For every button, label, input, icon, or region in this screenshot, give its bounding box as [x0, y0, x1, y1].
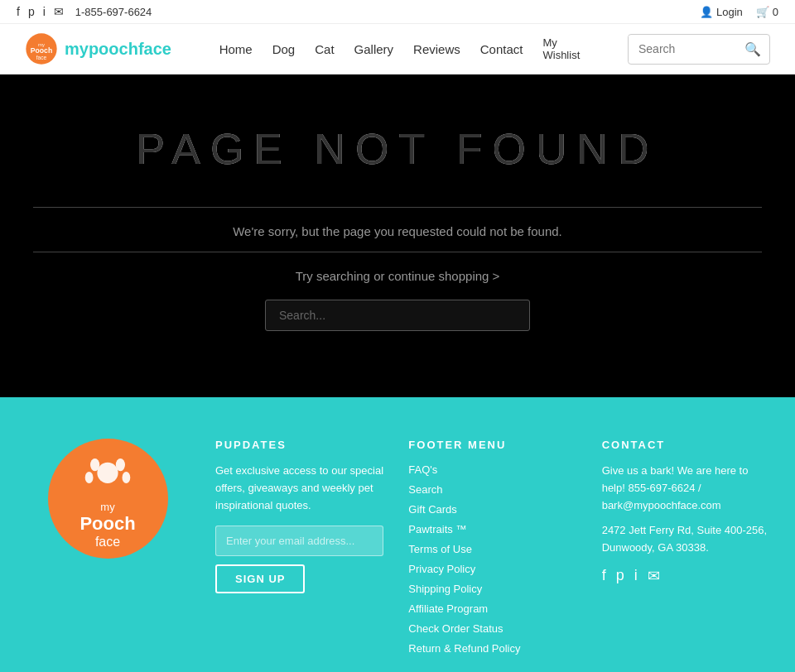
footer-logo-svg — [79, 449, 137, 506]
footer: my Pooch face PUPDATES Get exclusive acc… — [0, 397, 795, 672]
footer-logo-pooch: Pooch — [79, 513, 137, 535]
logo-svg: my Pooch face — [25, 32, 58, 65]
svg-point-6 — [116, 458, 125, 470]
contact-text: Give us a bark! We are here to help! 855… — [602, 463, 770, 514]
footer-email-icon[interactable]: ✉ — [648, 567, 660, 585]
footer-link-pawtraits[interactable]: Pawtraits ™ — [408, 522, 576, 535]
main-nav: Home Dog Cat Gallery Reviews Contact MyW… — [219, 36, 581, 61]
footer-pinterest-icon[interactable]: p — [616, 567, 624, 585]
cart-icon: 🛒 — [756, 6, 769, 18]
footer-links-list: FAQ's Search Gift Cards Pawtraits ™ Term… — [408, 463, 576, 655]
top-bar-right: 👤 Login 🛒 0 — [700, 6, 778, 18]
cart-count: 0 — [773, 6, 778, 18]
pupdates-title: PUPDATES — [215, 439, 383, 451]
wishlist-label: MyWishlist — [542, 36, 580, 61]
svg-point-5 — [90, 458, 99, 470]
header: my Pooch face mypoochface Home Dog Cat G… — [0, 24, 795, 74]
logo-text: mypoochface — [65, 40, 171, 59]
svg-text:Pooch: Pooch — [31, 46, 52, 55]
footer-link-faqs[interactable]: FAQ's — [408, 463, 576, 476]
svg-text:face: face — [36, 55, 47, 60]
svg-point-7 — [85, 472, 94, 483]
svg-point-4 — [97, 462, 118, 482]
footer-link-terms[interactable]: Terms of Use — [408, 542, 576, 555]
footer-social-icons: f p i ✉ — [602, 567, 770, 585]
not-found-cta: Try searching or continue shopping > — [17, 269, 778, 283]
instagram-icon[interactable]: i — [43, 5, 46, 18]
not-found-search-input[interactable] — [265, 300, 530, 331]
email-icon[interactable]: ✉ — [54, 5, 64, 18]
footer-menu-title: FOOTER MENU — [408, 439, 576, 451]
cart-link[interactable]: 🛒 0 — [756, 6, 778, 18]
footer-link-refund[interactable]: Return & Refund Policy — [408, 641, 576, 655]
top-bar: f p i ✉ 1-855-697-6624 👤 Login 🛒 0 — [0, 0, 795, 24]
pinterest-icon[interactable]: p — [28, 5, 35, 18]
footer-facebook-icon[interactable]: f — [602, 567, 606, 585]
search-box: 🔍 — [628, 34, 770, 65]
footer-link-giftcards[interactable]: Gift Cards — [408, 502, 576, 516]
footer-menu: FOOTER MENU FAQ's Search Gift Cards Pawt… — [408, 439, 576, 661]
nav-wishlist[interactable]: MyWishlist — [542, 36, 580, 61]
divider-top — [33, 207, 762, 208]
footer-link-affiliate[interactable]: Affiliate Program — [408, 602, 576, 615]
nav-reviews[interactable]: Reviews — [413, 42, 460, 56]
not-found-title: PAGE NOT FOUND — [17, 124, 778, 174]
logo[interactable]: my Pooch face mypoochface — [25, 32, 171, 65]
social-icons: f p i ✉ — [17, 5, 64, 18]
footer-instagram-icon[interactable]: i — [634, 567, 638, 585]
nav-home[interactable]: Home — [219, 42, 253, 56]
signup-button[interactable]: SIGN UP — [215, 564, 305, 593]
footer-link-orders[interactable]: Check Order Status — [408, 622, 576, 635]
footer-email-input[interactable] — [215, 526, 383, 556]
footer-link-shipping[interactable]: Shipping Policy — [408, 582, 576, 595]
footer-grid: my Pooch face PUPDATES Get exclusive acc… — [25, 439, 770, 661]
footer-logo-inner: my Pooch face — [79, 449, 137, 550]
facebook-icon[interactable]: f — [17, 5, 20, 18]
phone-link[interactable]: 1-855-697-6624 — [75, 6, 152, 18]
not-found-search-box — [265, 300, 530, 331]
nav-contact[interactable]: Contact — [480, 42, 523, 56]
not-found-message: We're sorry, but the page you requested … — [17, 224, 778, 238]
footer-logo[interactable]: my Pooch face — [48, 439, 168, 559]
top-bar-left: f p i ✉ 1-855-697-6624 — [17, 5, 152, 18]
nav-dog[interactable]: Dog — [272, 42, 296, 56]
footer-logo-wrap: my Pooch face — [25, 439, 190, 661]
footer-link-search[interactable]: Search — [408, 482, 576, 496]
search-input[interactable] — [629, 36, 736, 62]
footer-link-privacy[interactable]: Privacy Policy — [408, 562, 576, 575]
pupdates-text: Get exclusive access to our special offe… — [215, 463, 383, 514]
contact-address: 2472 Jett Ferry Rd, Suite 400-256, Dunwo… — [602, 522, 770, 557]
divider-bottom — [33, 252, 762, 252]
nav-gallery[interactable]: Gallery — [354, 42, 394, 56]
login-label: Login — [716, 6, 743, 18]
not-found-section: PAGE NOT FOUND We're sorry, but the page… — [0, 74, 795, 397]
nav-cat[interactable]: Cat — [315, 42, 334, 56]
footer-logo-face: face — [79, 535, 137, 550]
footer-pupdates: PUPDATES Get exclusive access to our spe… — [215, 439, 383, 661]
svg-point-8 — [123, 472, 131, 483]
contact-title: CONTACT — [602, 439, 770, 451]
footer-contact: CONTACT Give us a bark! We are here to h… — [602, 439, 770, 661]
user-icon: 👤 — [700, 6, 713, 18]
login-link[interactable]: 👤 Login — [700, 6, 743, 18]
search-button[interactable]: 🔍 — [736, 35, 769, 64]
